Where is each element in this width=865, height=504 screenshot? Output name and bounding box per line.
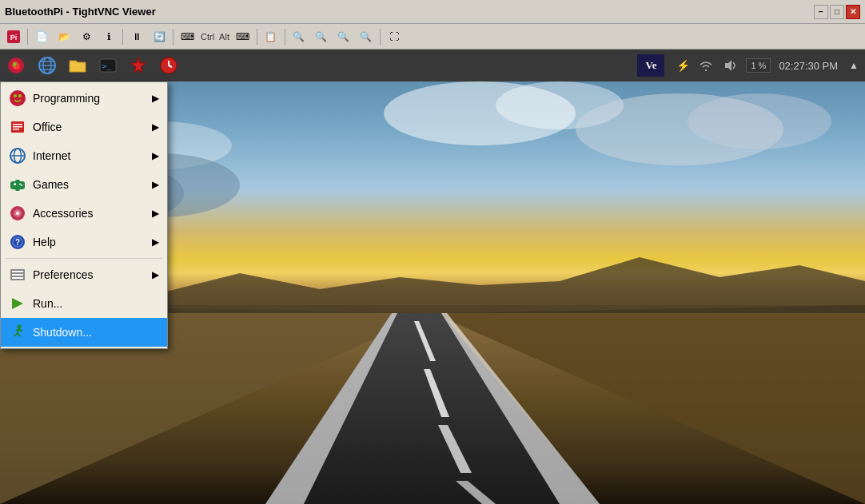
help-icon: ? <box>9 233 26 251</box>
toolbar-alt-label: Alt <box>217 32 231 42</box>
svg-point-8 <box>688 93 831 149</box>
taskbar-globe[interactable] <box>33 51 62 80</box>
svg-text:⚡: ⚡ <box>676 59 688 73</box>
menu-item-internet[interactable]: Internet ▶ <box>1 141 167 170</box>
minimize-button[interactable]: − <box>814 5 828 19</box>
bluetooth-icon[interactable]: ⚡ <box>671 57 692 74</box>
svg-rect-48 <box>15 180 20 191</box>
svg-rect-42 <box>13 126 22 128</box>
svg-text:?: ? <box>15 238 20 247</box>
svg-point-51 <box>19 184 21 185</box>
toolbar-info[interactable]: ℹ <box>98 26 119 47</box>
internet-label: Internet <box>33 149 70 162</box>
run-icon <box>9 295 26 312</box>
svg-rect-61 <box>12 274 23 276</box>
toolbar-zoom-in[interactable]: 🔍 <box>289 26 309 47</box>
shutdown-label: Shutdown... <box>33 326 92 339</box>
svg-line-68 <box>19 329 22 332</box>
toolbar-sep-4 <box>257 29 257 45</box>
vnc-badge[interactable]: Ve <box>634 53 668 78</box>
toolbar-sep-5 <box>285 29 285 45</box>
taskbar-right: Ve ⚡ <box>634 50 865 81</box>
svg-rect-62 <box>12 277 23 279</box>
svg-point-64 <box>18 325 22 329</box>
internet-icon <box>9 147 26 165</box>
menu-divider <box>6 258 162 259</box>
maximize-button[interactable]: □ <box>830 5 844 19</box>
taskbar-clock-red[interactable] <box>154 51 183 80</box>
start-button[interactable]: 🍓 <box>0 50 32 81</box>
toolbar-sep-3 <box>173 29 173 45</box>
menu-item-preferences[interactable]: Preferences ▶ <box>1 260 167 289</box>
taskbar: 🍓 >_ <box>0 50 865 81</box>
svg-point-55 <box>16 212 19 215</box>
volume-icon[interactable] <box>720 57 743 74</box>
help-label: Help <box>33 236 56 248</box>
toolbar-zoom-fit[interactable]: 🔍 <box>356 26 377 47</box>
accessories-icon <box>9 204 26 222</box>
toolbar-kbd1[interactable]: ⌨ <box>177 26 197 47</box>
toolbar-logo[interactable]: Pi <box>3 26 24 47</box>
programming-label: Programming <box>33 92 100 105</box>
toolbar-sep-2 <box>122 29 123 45</box>
games-icon <box>9 176 26 193</box>
toolbar-new[interactable]: 📄 <box>31 26 52 47</box>
menu-item-games[interactable]: Games ▶ <box>1 170 167 199</box>
taskbar-terminal[interactable]: >_ <box>94 51 122 80</box>
menu-item-shutdown[interactable]: Shutdown... <box>1 318 167 347</box>
arrow-up[interactable]: ▲ <box>846 58 862 73</box>
svg-rect-60 <box>12 271 23 272</box>
svg-point-37 <box>10 90 26 106</box>
svg-marker-36 <box>725 60 731 71</box>
svg-point-39 <box>18 94 22 97</box>
games-label: Games <box>33 178 69 191</box>
menu-item-help[interactable]: ? Help ▶ <box>1 228 167 256</box>
toolbar-fullscreen[interactable]: ⛶ <box>384 26 405 47</box>
toolbar-open[interactable]: 📂 <box>54 26 74 47</box>
taskbar-burst[interactable] <box>124 51 153 80</box>
svg-text:>_: >_ <box>102 62 111 70</box>
title-text: BluetoothPi - TightVNC Viewer <box>5 6 156 18</box>
toolbar-pause[interactable]: ⏸ <box>126 26 147 47</box>
svg-point-38 <box>14 94 17 97</box>
toolbar-refresh[interactable]: 🔄 <box>149 26 169 47</box>
title-buttons: − □ ✕ <box>814 5 860 19</box>
toolbar-sep-1 <box>27 29 28 45</box>
menu-item-accessories[interactable]: Accessories ▶ <box>1 199 167 228</box>
svg-rect-41 <box>13 124 22 125</box>
vnc-badge-text: Ve <box>637 54 664 77</box>
internet-arrow: ▶ <box>152 150 159 161</box>
toolbar-zoom-out[interactable]: 🔍 <box>311 26 332 47</box>
start-menu: Programming ▶ Office ▶ <box>0 81 168 349</box>
toolbar-kbd2[interactable]: ⌨ <box>233 26 253 47</box>
menu-item-run[interactable]: Run... <box>1 289 167 318</box>
wifi-icon[interactable] <box>695 57 717 74</box>
clock: 02:27:30 PM <box>774 58 843 73</box>
svg-marker-31 <box>131 58 145 73</box>
menu-item-programming[interactable]: Programming ▶ <box>1 84 167 113</box>
office-arrow: ▶ <box>152 121 159 133</box>
accessories-label: Accessories <box>33 207 93 220</box>
svg-rect-50 <box>14 183 16 185</box>
svg-line-67 <box>18 333 20 336</box>
programming-icon <box>9 89 26 107</box>
close-button[interactable]: ✕ <box>846 5 860 19</box>
toolbar-zoom-100[interactable]: 🔍 <box>333 26 354 47</box>
games-arrow: ▶ <box>152 179 159 190</box>
office-label: Office <box>33 121 62 133</box>
preferences-arrow: ▶ <box>152 269 159 280</box>
volume-percent[interactable]: 1 % <box>746 58 771 73</box>
accessories-arrow: ▶ <box>152 208 159 219</box>
toolbar-clipboard[interactable]: 📋 <box>261 26 281 47</box>
menu-item-office[interactable]: Office ▶ <box>1 113 167 141</box>
help-arrow: ▶ <box>152 236 159 248</box>
svg-text:Pi: Pi <box>10 34 18 42</box>
programming-arrow: ▶ <box>152 93 159 104</box>
vnc-area: 🍓 >_ <box>0 50 865 504</box>
taskbar-folder[interactable] <box>63 51 92 80</box>
toolbar-ctrl-label: Ctrl <box>199 32 216 42</box>
svg-text:🍓: 🍓 <box>11 61 22 71</box>
svg-rect-43 <box>13 129 19 130</box>
svg-point-52 <box>21 185 22 186</box>
toolbar-options[interactable]: ⚙ <box>76 26 97 47</box>
